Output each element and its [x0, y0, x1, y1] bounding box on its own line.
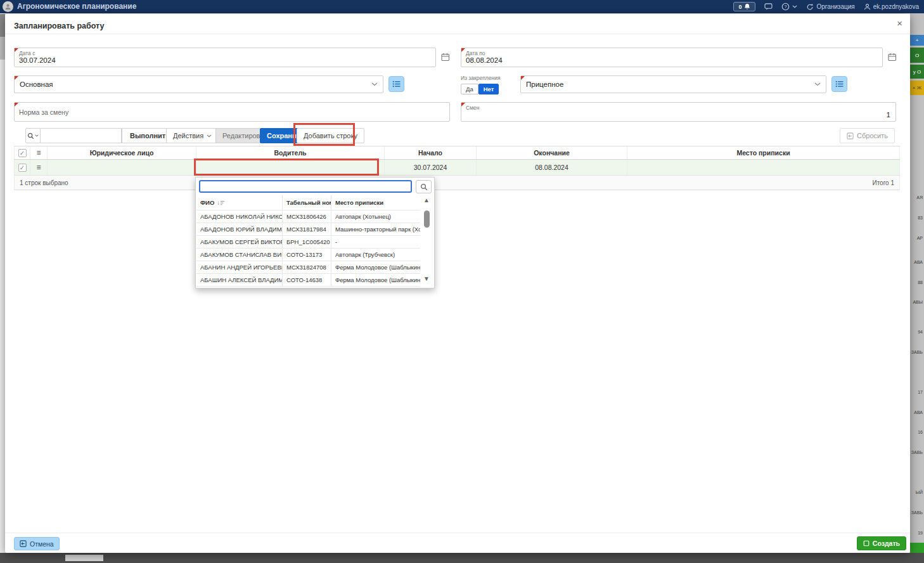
date-to-field[interactable]: Дата по 08.08.2024 [461, 48, 883, 67]
grid-total-text: Итого 1 [872, 179, 894, 186]
search-icon [420, 183, 428, 191]
date-to-value: 08.08.2024 [466, 56, 503, 64]
driver-fio: АБАДОНОВ НИКОЛАЙ НИКОЛАЕВ... [196, 210, 283, 223]
popup-scrollbar: ▲ ▼ [422, 197, 432, 285]
background-text-fragment: 16 [918, 430, 923, 434]
driver-row[interactable]: АБАКУМОВ СТАНИСЛАВ ВИКТОРО... СОТО-13173… [196, 249, 420, 261]
driver-row[interactable]: АБАКУМОВ СЕРГЕЙ ВИКТОРОВИЧ БРН_1С005420 … [196, 236, 420, 249]
scroll-down-icon[interactable]: ▼ [423, 275, 430, 282]
search-options-button[interactable] [25, 128, 41, 143]
cell-start[interactable]: 30.07.2024 [385, 160, 477, 175]
background-text-fragment: ЫЙ [916, 490, 923, 495]
date-from-value: 30.07.2024 [19, 56, 56, 64]
svg-text:?: ? [785, 4, 787, 10]
driver-number: МСХ31817984 [283, 223, 331, 235]
driver-row[interactable]: АБАДОНОВ ЮРИЙ ВЛАДИМИРОВ... МСХ31817984 … [196, 223, 420, 236]
add-row-button[interactable]: Добавить строку [297, 128, 364, 143]
col-start[interactable]: Начало [385, 146, 477, 159]
trailer-select[interactable]: Прицепное [520, 75, 826, 93]
app-title: Агрономическое планирование [17, 2, 136, 11]
background-text-fragment: 83 [918, 216, 923, 220]
background-text-fragment: ЗАВЬ [911, 450, 923, 455]
help-icon: ? [781, 3, 790, 11]
scroll-up-icon[interactable]: ▲ [423, 197, 430, 204]
row-menu-cell: ≡ [30, 160, 48, 175]
driver-base: Ферма Молодовое (Шаблыкински... [331, 261, 420, 273]
driver-base: Автопарк (Трубчевск) [331, 249, 420, 261]
trailer-list-button[interactable] [831, 76, 847, 92]
driver-base: Ферма Молодовое (Шаблыкински... [331, 274, 420, 286]
driver-col-base[interactable]: Место приписки [331, 195, 420, 210]
driver-fio: АБАНИН АНДРЕЙ ИГОРЬЕВИЧ [196, 261, 283, 273]
background-text-fragment: ЗАВЬ [911, 510, 923, 515]
driver-search-button[interactable] [416, 180, 432, 193]
work-type-list-button[interactable] [388, 76, 404, 92]
background-tile-blue: + [910, 35, 924, 46]
background-text-fragment: 19 [918, 531, 923, 535]
from-assignment-no-button[interactable]: Нет [478, 84, 499, 94]
background-text-fragment: АВА [914, 410, 923, 415]
date-from-field[interactable]: Дата с 30.07.2024 [14, 48, 436, 67]
app-header: Агрономическое планирование 0 ? Организа… [0, 0, 924, 13]
cancel-button[interactable]: Отмена [14, 537, 60, 550]
notification-count-badge: 0 [738, 4, 741, 10]
driver-row[interactable]: АБАДОНОВ НИКОЛАЙ НИКОЛАЕВ... МСХ31806426… [196, 210, 420, 223]
date-from-calendar-button[interactable] [441, 53, 450, 61]
shifts-label: Смен [466, 105, 479, 111]
reset-icon [847, 133, 854, 139]
help-menu-button[interactable]: ? [781, 3, 797, 11]
norm-per-shift-field[interactable]: Норма за смену [14, 102, 450, 122]
driver-search-input[interactable] [199, 180, 412, 193]
col-end[interactable]: Окончание [477, 146, 627, 159]
screen: Агрономическое планирование 0 ? Организа… [0, 0, 924, 563]
cell-end[interactable]: 08.08.2024 [477, 160, 627, 175]
app-logo-avatar [3, 1, 13, 12]
driver-number: СОТО-13173 [283, 249, 331, 261]
col-home-base[interactable]: Место приписки [627, 146, 900, 159]
row-checkbox[interactable]: ✓ [18, 164, 27, 172]
driver-base: Машинно-тракторный парк (Хоты... [331, 223, 420, 235]
scrollbar-thumb[interactable] [424, 210, 430, 228]
refresh-icon [806, 3, 814, 11]
date-to-calendar-button[interactable] [888, 53, 897, 61]
shifts-field[interactable]: Смен 1 [461, 102, 896, 122]
driver-row[interactable]: АБАНИН АНДРЕЙ ИГОРЬЕВИЧ МСХ31824708 Ферм… [196, 261, 420, 274]
col-legal-entity[interactable]: Юридическое лицо [48, 146, 196, 159]
background-text-fragment: ЗАВЬ [911, 350, 923, 354]
actions-menu-button[interactable]: Действия [166, 128, 219, 143]
from-assignment-yes-button[interactable]: Да [461, 84, 478, 94]
driver-row[interactable]: АБАШИН АЛЕКСЕЙ ВЛАДИМИРОВ... СОТО-14638 … [196, 274, 420, 287]
driver-table: ФИО ↓ Табельный номер Место приписки АБА… [196, 195, 420, 287]
user-menu[interactable]: ek.pozdnyakova [864, 3, 919, 10]
date-from-label: Дата с [19, 50, 35, 56]
driver-col-number[interactable]: Табельный номер [283, 195, 331, 210]
driver-table-header: ФИО ↓ Табельный номер Место приписки [196, 195, 420, 210]
select-all-checkbox[interactable]: ✓ [18, 149, 27, 157]
cell-driver[interactable] [196, 160, 385, 175]
dialog-title: Запланировать работу [14, 22, 105, 30]
select-all-cell: ✓ [14, 146, 30, 159]
reset-button[interactable]: Сбросить [840, 128, 895, 143]
driver-number: МСХ31806426 [283, 210, 331, 223]
organization-switcher[interactable]: Организация [806, 3, 854, 11]
close-icon[interactable]: × [897, 18, 902, 29]
grid-data-row[interactable]: ✓ ≡ 30.07.2024 08.08.2024 [14, 160, 900, 176]
driver-number: БРН_1С005420 [283, 236, 331, 248]
chat-button[interactable] [764, 3, 773, 10]
col-driver[interactable]: Водитель [196, 146, 385, 159]
username: ek.pozdnyakova [873, 3, 919, 10]
row-menu-icon[interactable]: ≡ [36, 163, 41, 172]
notifications-button[interactable]: 0 [733, 2, 755, 11]
grid-footer: 1 строк выбрано Итого 1 [14, 176, 900, 190]
cell-legal-entity[interactable] [48, 160, 196, 175]
driver-base: - [331, 236, 420, 248]
work-type-select[interactable]: Основная [14, 75, 383, 93]
cell-home-base[interactable] [627, 160, 900, 175]
driver-col-fio[interactable]: ФИО ↓ [196, 195, 283, 210]
grid-search-input[interactable] [41, 128, 122, 143]
row-menu-header-cell: ≡ [30, 146, 48, 159]
cancel-label: Отмена [30, 540, 54, 548]
driver-number: МСХ31824708 [283, 261, 331, 273]
create-button[interactable]: Создать [857, 536, 906, 550]
title-separator [5, 34, 910, 34]
